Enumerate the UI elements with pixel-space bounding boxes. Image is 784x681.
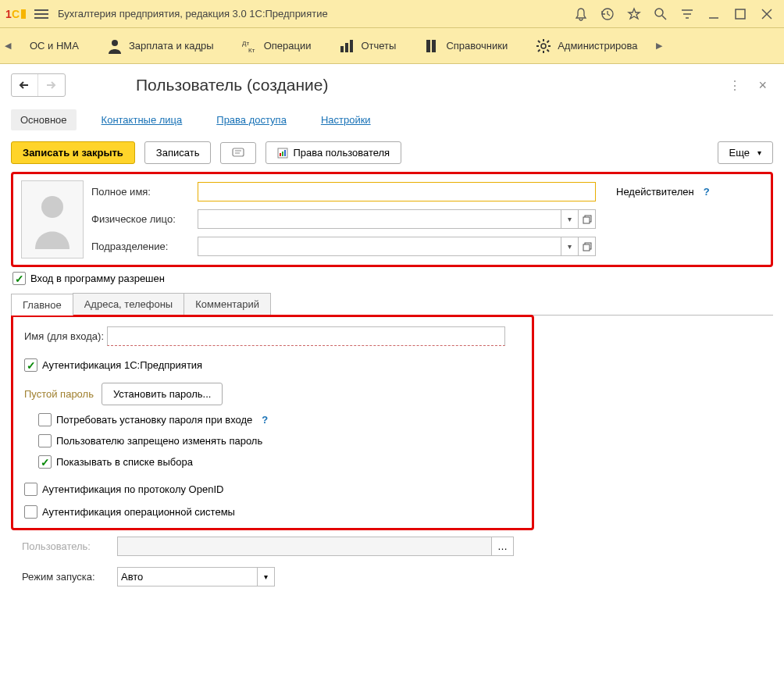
person-icon	[107, 38, 123, 54]
person-input[interactable]	[198, 209, 561, 229]
fullname-row: Полное имя: Недействителен ?	[91, 182, 763, 201]
search-icon[interactable]	[648, 2, 673, 27]
nav-forward-button[interactable]	[38, 74, 65, 96]
auth-1c-label: Аутентификация 1С:Предприятия	[42, 359, 202, 371]
user-rights-label: Права пользователя	[293, 147, 390, 159]
login-name-input[interactable]	[107, 326, 505, 346]
launch-mode-row: Режим запуска: ▾	[22, 567, 762, 587]
svg-point-40	[41, 196, 63, 218]
report-icon	[277, 148, 288, 159]
section-label: Зарплата и кадры	[129, 40, 214, 52]
auth-os-checkbox[interactable]: Аутентификация операционной системы	[24, 505, 521, 519]
login-allowed-checkbox[interactable]: Вход в программу разрешен	[12, 272, 773, 285]
section-reports[interactable]: Отчеты	[325, 38, 410, 54]
os-user-label: Пользователь:	[22, 540, 112, 552]
hamburger-menu-icon[interactable]	[31, 4, 52, 24]
minimize-icon[interactable]	[701, 2, 726, 27]
tab-main-inner[interactable]: Главное	[11, 294, 73, 316]
dropdown-icon[interactable]: ▾	[561, 209, 579, 229]
bell-icon[interactable]	[568, 2, 593, 27]
section-salary[interactable]: Зарплата и кадры	[93, 38, 228, 54]
set-password-button[interactable]: Установить пароль...	[102, 383, 223, 405]
section-directories[interactable]: Справочники	[410, 38, 522, 54]
user-rights-button[interactable]: Права пользователя	[265, 141, 401, 164]
section-os-nma[interactable]: ОС и НМА	[16, 40, 93, 52]
titlebar-right-icons	[568, 2, 779, 27]
tab-main[interactable]: Основное	[11, 109, 77, 130]
more-button[interactable]: Еще	[718, 141, 773, 164]
fullname-input[interactable]	[198, 182, 596, 201]
auth-1c-checkbox[interactable]: Аутентификация 1С:Предприятия	[24, 358, 521, 372]
maximize-icon[interactable]	[728, 2, 753, 27]
auth-1c-section: Аутентификация 1С:Предприятия Пустой пар…	[24, 358, 521, 469]
page-title: Пользователь (создание)	[136, 76, 328, 94]
browse-icon[interactable]: …	[492, 537, 514, 556]
tab-addresses[interactable]: Адреса, телефоны	[73, 293, 185, 315]
tabstrip: Главное Адреса, телефоны Комментарий	[11, 293, 773, 316]
dept-input[interactable]	[198, 237, 561, 256]
save-and-close-button[interactable]: Записать и закрыть	[11, 141, 135, 164]
subtabs: Основное Контактные лица Права доступа Н…	[11, 109, 773, 130]
help-icon[interactable]: ?	[262, 414, 268, 426]
person-lookup: ▾	[198, 209, 596, 229]
svg-point-7	[655, 9, 663, 16]
checkbox-icon	[38, 434, 52, 447]
main-content: Пользователь (создание) ⋮ × Основное Кон…	[0, 64, 784, 604]
launch-mode-input[interactable]	[117, 567, 258, 587]
app-title: Бухгалтерия предприятия, редакция 3.0 1С…	[58, 8, 568, 20]
dept-lookup: ▾	[198, 237, 596, 256]
svg-rect-20	[345, 43, 348, 52]
invalid-checkbox[interactable]: Недействителен	[611, 186, 694, 198]
gear-icon	[536, 38, 551, 54]
invalid-label: Недействителен	[616, 186, 694, 198]
login-name-row: Имя (для входа):	[24, 326, 521, 346]
dept-row: Подразделение: ▾	[91, 237, 763, 256]
tab-settings[interactable]: Настройки	[312, 109, 380, 130]
svg-line-8	[662, 16, 666, 20]
section-label: ОС и НМА	[30, 40, 79, 52]
section-label: Администрирова	[558, 40, 637, 52]
history-icon[interactable]	[595, 2, 620, 27]
svg-text:1: 1	[5, 8, 12, 20]
section-operations[interactable]: ДтКт Операции	[228, 38, 326, 54]
close-page-icon[interactable]: ×	[752, 74, 773, 97]
svg-rect-23	[432, 40, 436, 52]
filter-icon[interactable]	[675, 2, 700, 27]
app-logo-icon: 1С	[5, 5, 28, 23]
tab-rights[interactable]: Права доступа	[207, 109, 296, 130]
nav-back-button[interactable]	[12, 74, 38, 96]
save-button[interactable]: Записать	[144, 141, 212, 164]
section-scroll-right-icon[interactable]: ▶	[651, 28, 667, 63]
more-menu-icon[interactable]: ⋮	[725, 75, 744, 96]
require-pw-checkbox[interactable]: Потребовать установку пароля при входе	[38, 413, 252, 426]
fields-col: Полное имя: Недействителен ? Физическое …	[91, 180, 763, 258]
svg-rect-37	[280, 153, 281, 156]
section-label: Справочники	[446, 40, 508, 52]
no-change-label: Пользователю запрещено изменять пароль	[56, 435, 262, 447]
svg-point-24	[541, 44, 546, 48]
open-icon[interactable]	[579, 209, 596, 229]
svg-rect-2	[21, 9, 26, 19]
dropdown-icon[interactable]: ▾	[561, 237, 579, 256]
svg-text:С: С	[12, 8, 20, 20]
auth-openid-checkbox[interactable]: Аутентификация по протоколу OpenID	[24, 483, 521, 496]
show-in-list-checkbox[interactable]: Показывать в списке выбора	[38, 455, 521, 469]
title-bar: 1С Бухгалтерия предприятия, редакция 3.0…	[0, 0, 784, 28]
discuss-button[interactable]	[220, 142, 256, 164]
no-change-checkbox[interactable]: Пользователю запрещено изменять пароль	[38, 434, 521, 447]
tab-comment[interactable]: Комментарий	[184, 293, 271, 315]
dropdown-icon[interactable]: ▾	[258, 567, 275, 587]
section-scroll-left-icon[interactable]: ◀	[0, 28, 16, 63]
nav-right: ⋮ ×	[725, 74, 773, 97]
tab-contacts[interactable]: Контактные лица	[92, 109, 192, 130]
svg-rect-39	[284, 150, 286, 156]
svg-point-16	[112, 40, 118, 46]
fullname-label: Полное имя:	[91, 186, 193, 198]
section-admin[interactable]: Администрирова	[522, 38, 651, 54]
avatar-icon[interactable]	[21, 180, 84, 258]
open-icon[interactable]	[579, 237, 596, 256]
star-icon[interactable]	[622, 2, 647, 27]
dept-label: Подразделение:	[91, 241, 193, 252]
help-icon[interactable]: ?	[704, 186, 710, 198]
close-window-icon[interactable]	[754, 2, 779, 27]
